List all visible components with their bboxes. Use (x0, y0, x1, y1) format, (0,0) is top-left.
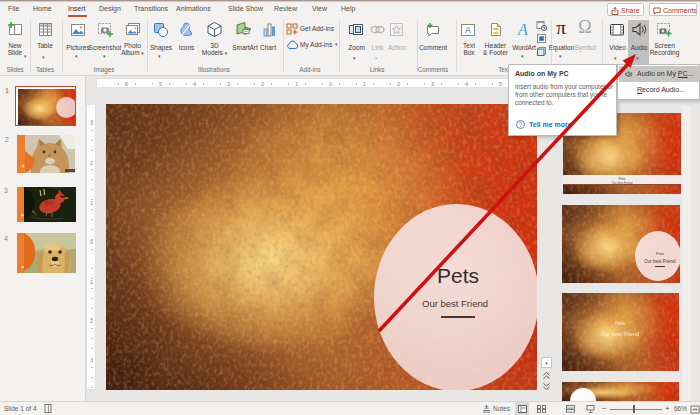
svg-text:A: A (517, 21, 528, 38)
svg-text:?: ? (519, 121, 523, 128)
svg-text:A: A (465, 25, 471, 35)
